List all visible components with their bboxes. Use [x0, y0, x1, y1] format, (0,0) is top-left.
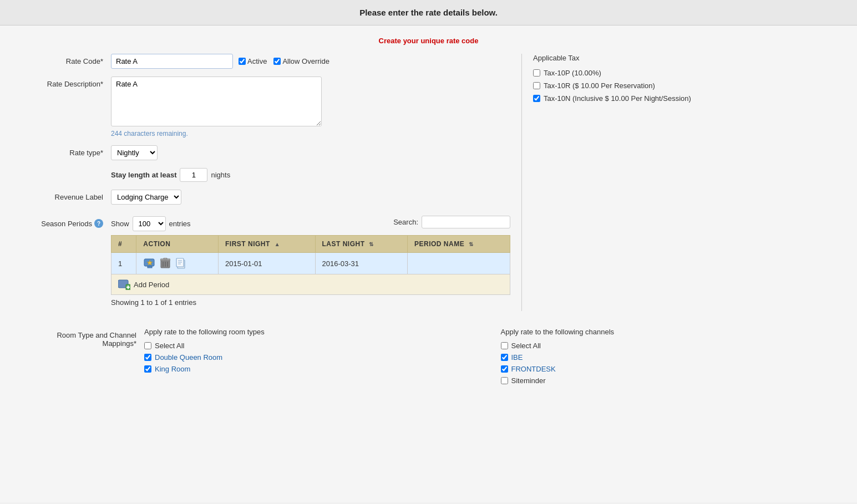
room-types-column: Apply rate to the following room types S…: [144, 328, 479, 388]
room-section-body: Apply rate to the following room types S…: [144, 328, 835, 388]
revenue-label-row: Revenue Label Lodging Charge Other: [22, 190, 510, 205]
channels-title: Apply rate to the following channels: [501, 328, 835, 336]
rate-description-field: Rate A 244 characters remaining.: [111, 77, 510, 138]
chars-remaining: 244 characters remaining.: [111, 130, 510, 138]
frontdesk-checkbox[interactable]: [501, 365, 508, 373]
season-table-head: # ACTION FIRST NIGHT ▲ LAST NIGHT ⇅: [111, 236, 510, 253]
active-checkbox-label[interactable]: Active: [239, 57, 267, 65]
cell-first-night: 2015-01-01: [219, 253, 316, 274]
form-right: Applicable Tax Tax-10P (10.00%) Tax-10R …: [521, 54, 721, 311]
tax-10n-checkbox[interactable]: [533, 95, 540, 102]
ibe-label[interactable]: IBE: [511, 353, 523, 362]
allow-override-label: Allow Override: [282, 57, 329, 65]
double-queen-label[interactable]: Double Queen Room: [155, 353, 222, 362]
double-queen-checkbox[interactable]: [144, 354, 151, 361]
cell-action: [136, 253, 219, 274]
delete-icon[interactable]: [159, 257, 172, 269]
period-name-sort-icon: ⇅: [469, 241, 474, 247]
rate-code-label: Rate Code*: [22, 54, 111, 65]
king-room-label[interactable]: King Room: [155, 365, 190, 373]
form-layout: Rate Code* Active Allow Override: [22, 54, 835, 311]
col-num: #: [111, 236, 136, 253]
rate-code-input[interactable]: [111, 54, 233, 69]
page-title: Please enter the rate details below.: [11, 8, 846, 17]
season-periods-header: Season Periods ? Show 100 25 50: [22, 216, 510, 307]
room-section-label: Room Type and Channel Mappings*: [22, 328, 144, 348]
season-table-body: 1: [111, 253, 510, 295]
cell-period-name: [407, 253, 510, 274]
stay-length-input[interactable]: [180, 168, 207, 182]
tax-10n-label[interactable]: Tax-10N (Inclusive $ 10.00 Per Night/Ses…: [544, 94, 691, 103]
ibe-checkbox[interactable]: [501, 354, 508, 361]
col-period-name[interactable]: PERIOD NAME ⇅: [407, 236, 510, 253]
allow-override-checkbox-label[interactable]: Allow Override: [273, 57, 329, 65]
rate-description-row: Rate Description* Rate A 244 characters …: [22, 77, 510, 138]
rate-type-field: Nightly Per Stay Hourly: [111, 145, 510, 160]
main-content: Create your unique rate code Rate Code* …: [0, 26, 857, 502]
tax-item-1: Tax-10R ($ 10.00 Per Reservation): [533, 82, 721, 90]
frontdesk-label[interactable]: FRONTDESK: [511, 365, 556, 373]
show-entries: Show 100 25 50 entries: [111, 216, 191, 231]
rate-code-row: Rate Code* Active Allow Override: [22, 54, 510, 69]
create-rate-code-label: Create your unique rate code: [22, 37, 835, 45]
siteminder-checkbox[interactable]: [501, 377, 508, 384]
show-entries-select[interactable]: 100 25 50: [133, 216, 166, 231]
inline-checks: Active Allow Override: [239, 57, 329, 65]
channel-select-all: Select All: [501, 342, 835, 350]
search-row: Search:: [393, 216, 510, 228]
room-section: Room Type and Channel Mappings* Apply ra…: [22, 328, 835, 388]
season-periods-label: Season Periods ?: [22, 216, 111, 228]
channels-column: Apply rate to the following channels Sel…: [501, 328, 835, 388]
add-period-label: Add Period: [134, 281, 169, 289]
rate-description-textarea[interactable]: Rate A: [111, 77, 322, 126]
king-room-checkbox[interactable]: [144, 365, 151, 373]
active-label: Active: [247, 57, 267, 65]
tax-10r-checkbox[interactable]: [533, 82, 540, 89]
siteminder-label[interactable]: Siteminder: [511, 376, 546, 385]
tax-10r-label[interactable]: Tax-10R ($ 10.00 Per Reservation): [544, 82, 655, 90]
allow-override-checkbox[interactable]: [273, 58, 281, 65]
table-row: 1: [111, 253, 510, 274]
edit-icon[interactable]: [143, 257, 156, 269]
season-periods-help-icon[interactable]: ?: [94, 219, 103, 228]
copy-icon[interactable]: [174, 257, 187, 269]
season-table-header-row: # ACTION FIRST NIGHT ▲ LAST NIGHT ⇅: [111, 236, 510, 253]
applicable-tax-title: Applicable Tax: [533, 54, 721, 62]
tax-item-2: Tax-10N (Inclusive $ 10.00 Per Night/Ses…: [533, 94, 721, 103]
add-period-button[interactable]: Add Period: [118, 279, 503, 290]
form-left: Rate Code* Active Allow Override: [22, 54, 510, 311]
stay-length-label: [22, 168, 111, 171]
page-header: Please enter the rate details below.: [0, 0, 857, 26]
season-periods-section: Season Periods ? Show 100 25 50: [22, 216, 510, 307]
rate-type-row: Rate type* Nightly Per Stay Hourly: [22, 145, 510, 160]
room-select-all-label[interactable]: Select All: [155, 342, 184, 350]
channel-select-all-label[interactable]: Select All: [511, 342, 541, 350]
revenue-label-select[interactable]: Lodging Charge Other: [111, 190, 181, 205]
first-night-sort-icon: ▲: [275, 241, 280, 247]
channel-ibe: IBE: [501, 353, 835, 362]
col-action: ACTION: [136, 236, 219, 253]
col-last-night[interactable]: LAST NIGHT ⇅: [315, 236, 407, 253]
tax-10p-checkbox[interactable]: [533, 69, 540, 77]
rate-description-label: Rate Description*: [22, 77, 111, 88]
channel-select-all-checkbox[interactable]: [501, 342, 508, 349]
last-night-sort-icon: ⇅: [369, 241, 374, 247]
rate-type-select[interactable]: Nightly Per Stay Hourly: [111, 145, 158, 160]
room-types-title: Apply rate to the following room types: [144, 328, 479, 336]
tax-10p-label[interactable]: Tax-10P (10.00%): [544, 69, 601, 77]
search-input[interactable]: [422, 216, 510, 228]
cell-last-night: 2016-03-31: [315, 253, 407, 274]
stay-length-field: Stay length at least nights: [111, 168, 510, 182]
tax-item-0: Tax-10P (10.00%): [533, 69, 721, 77]
action-icons: [143, 257, 211, 269]
stay-length-prefix: Stay length at least: [111, 171, 176, 179]
add-period-cell: Add Period: [111, 274, 510, 295]
room-section-row: Room Type and Channel Mappings* Apply ra…: [22, 328, 835, 388]
channel-frontdesk: FRONTDESK: [501, 365, 835, 373]
col-first-night[interactable]: FIRST NIGHT ▲: [219, 236, 316, 253]
revenue-label: Revenue Label: [22, 190, 111, 201]
rate-code-field: Active Allow Override: [111, 54, 510, 69]
room-select-all-checkbox[interactable]: [144, 342, 151, 349]
season-periods-controls: Show 100 25 50 entries Search:: [111, 216, 510, 307]
active-checkbox[interactable]: [239, 58, 246, 65]
